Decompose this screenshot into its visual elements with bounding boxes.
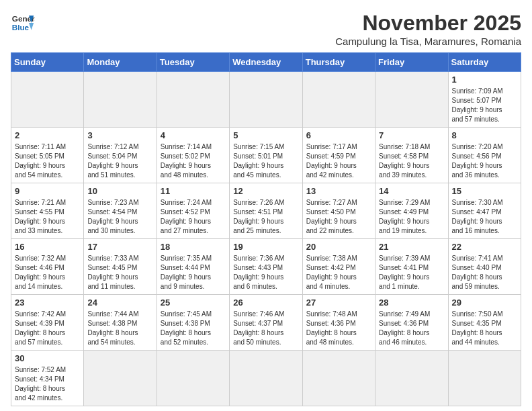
calendar-cell: 15Sunrise: 7:30 AM Sunset: 4:47 PM Dayli… [448, 183, 521, 239]
day-info: Sunrise: 7:33 AM Sunset: 4:45 PM Dayligh… [87, 254, 152, 291]
day-number: 21 [379, 242, 444, 252]
day-number: 15 [452, 186, 517, 196]
day-info: Sunrise: 7:39 AM Sunset: 4:41 PM Dayligh… [379, 254, 444, 291]
calendar-cell: 6Sunrise: 7:17 AM Sunset: 4:59 PM Daylig… [302, 128, 375, 183]
calendar-cell: 17Sunrise: 7:33 AM Sunset: 4:45 PM Dayli… [84, 239, 157, 295]
weekday-header-monday: Monday [84, 53, 157, 72]
calendar-cell: 27Sunrise: 7:48 AM Sunset: 4:36 PM Dayli… [302, 295, 375, 351]
day-info: Sunrise: 7:12 AM Sunset: 5:04 PM Dayligh… [87, 142, 152, 180]
day-number: 30 [15, 353, 80, 363]
day-info: Sunrise: 7:32 AM Sunset: 4:46 PM Dayligh… [15, 254, 80, 291]
day-info: Sunrise: 7:42 AM Sunset: 4:39 PM Dayligh… [15, 310, 80, 347]
calendar-cell: 20Sunrise: 7:38 AM Sunset: 4:42 PM Dayli… [302, 239, 375, 295]
calendar-cell: 13Sunrise: 7:27 AM Sunset: 4:50 PM Dayli… [302, 183, 375, 239]
day-number: 26 [233, 298, 298, 308]
day-number: 10 [87, 186, 152, 196]
day-number: 9 [15, 186, 80, 196]
day-info: Sunrise: 7:49 AM Sunset: 4:36 PM Dayligh… [379, 310, 444, 347]
day-info: Sunrise: 7:18 AM Sunset: 4:58 PM Dayligh… [379, 142, 444, 180]
calendar-cell: 22Sunrise: 7:41 AM Sunset: 4:40 PM Dayli… [448, 239, 521, 295]
calendar-cell: 9Sunrise: 7:21 AM Sunset: 4:55 PM Daylig… [11, 183, 84, 239]
day-info: Sunrise: 7:41 AM Sunset: 4:40 PM Dayligh… [452, 254, 517, 291]
calendar-cell: 23Sunrise: 7:42 AM Sunset: 4:39 PM Dayli… [11, 295, 84, 351]
calendar-week-5: 23Sunrise: 7:42 AM Sunset: 4:39 PM Dayli… [11, 295, 521, 351]
day-number: 5 [233, 130, 298, 140]
calendar-cell: 26Sunrise: 7:46 AM Sunset: 4:37 PM Dayli… [230, 295, 302, 351]
day-number: 4 [161, 130, 226, 140]
day-number: 6 [306, 130, 371, 140]
day-info: Sunrise: 7:23 AM Sunset: 4:54 PM Dayligh… [87, 198, 152, 236]
calendar-cell: 21Sunrise: 7:39 AM Sunset: 4:41 PM Dayli… [375, 239, 448, 295]
calendar-cell: 16Sunrise: 7:32 AM Sunset: 4:46 PM Dayli… [11, 239, 84, 295]
weekday-header-thursday: Thursday [302, 53, 375, 72]
calendar-cell: 1Sunrise: 7:09 AM Sunset: 5:07 PM Daylig… [448, 72, 521, 128]
calendar-cell [448, 351, 521, 406]
day-info: Sunrise: 7:44 AM Sunset: 4:38 PM Dayligh… [87, 310, 152, 347]
calendar-cell: 28Sunrise: 7:49 AM Sunset: 4:36 PM Dayli… [375, 295, 448, 351]
calendar-week-6: 30Sunrise: 7:52 AM Sunset: 4:34 PM Dayli… [11, 351, 521, 406]
day-info: Sunrise: 7:48 AM Sunset: 4:36 PM Dayligh… [306, 310, 371, 347]
title-block: November 2025 Campulung la Tisa, Maramur… [335, 11, 521, 47]
calendar-week-4: 16Sunrise: 7:32 AM Sunset: 4:46 PM Dayli… [11, 239, 521, 295]
day-number: 29 [452, 298, 517, 308]
calendar-week-2: 2Sunrise: 7:11 AM Sunset: 5:05 PM Daylig… [11, 128, 521, 183]
day-info: Sunrise: 7:29 AM Sunset: 4:49 PM Dayligh… [379, 198, 444, 236]
logo: General Blue [11, 11, 35, 35]
calendar-cell: 5Sunrise: 7:15 AM Sunset: 5:01 PM Daylig… [230, 128, 302, 183]
calendar-week-1: 1Sunrise: 7:09 AM Sunset: 5:07 PM Daylig… [11, 72, 521, 128]
weekday-header-sunday: Sunday [11, 53, 84, 72]
day-number: 25 [161, 298, 226, 308]
calendar-cell: 30Sunrise: 7:52 AM Sunset: 4:34 PM Dayli… [11, 351, 84, 406]
day-info: Sunrise: 7:14 AM Sunset: 5:02 PM Dayligh… [161, 142, 226, 180]
calendar-cell [302, 72, 375, 128]
day-number: 22 [452, 242, 517, 252]
calendar-cell: 11Sunrise: 7:24 AM Sunset: 4:52 PM Dayli… [157, 183, 229, 239]
day-number: 19 [233, 242, 298, 252]
day-number: 12 [233, 186, 298, 196]
day-number: 28 [379, 298, 444, 308]
day-info: Sunrise: 7:36 AM Sunset: 4:43 PM Dayligh… [233, 254, 298, 291]
svg-text:Blue: Blue [12, 23, 30, 32]
calendar-cell [230, 351, 302, 406]
day-info: Sunrise: 7:45 AM Sunset: 4:38 PM Dayligh… [161, 310, 226, 347]
calendar-cell [84, 351, 157, 406]
calendar-cell [302, 351, 375, 406]
day-number: 13 [306, 186, 371, 196]
calendar-cell [375, 72, 448, 128]
calendar-table: SundayMondayTuesdayWednesdayThursdayFrid… [11, 52, 521, 406]
day-info: Sunrise: 7:46 AM Sunset: 4:37 PM Dayligh… [233, 310, 298, 347]
day-info: Sunrise: 7:27 AM Sunset: 4:50 PM Dayligh… [306, 198, 371, 236]
day-number: 27 [306, 298, 371, 308]
calendar-cell: 7Sunrise: 7:18 AM Sunset: 4:58 PM Daylig… [375, 128, 448, 183]
day-number: 1 [452, 75, 517, 85]
calendar-cell: 4Sunrise: 7:14 AM Sunset: 5:02 PM Daylig… [157, 128, 229, 183]
day-number: 14 [379, 186, 444, 196]
calendar-cell [157, 351, 229, 406]
day-info: Sunrise: 7:15 AM Sunset: 5:01 PM Dayligh… [233, 142, 298, 180]
location-subtitle: Campulung la Tisa, Maramures, Romania [335, 36, 521, 47]
weekday-header-wednesday: Wednesday [230, 53, 302, 72]
day-number: 16 [15, 242, 80, 252]
day-info: Sunrise: 7:21 AM Sunset: 4:55 PM Dayligh… [15, 198, 80, 236]
day-number: 2 [15, 130, 80, 140]
day-info: Sunrise: 7:11 AM Sunset: 5:05 PM Dayligh… [15, 142, 80, 180]
weekday-header-friday: Friday [375, 53, 448, 72]
calendar-cell: 19Sunrise: 7:36 AM Sunset: 4:43 PM Dayli… [230, 239, 302, 295]
calendar-cell: 8Sunrise: 7:20 AM Sunset: 4:56 PM Daylig… [448, 128, 521, 183]
day-info: Sunrise: 7:24 AM Sunset: 4:52 PM Dayligh… [161, 198, 226, 236]
calendar-cell [230, 72, 302, 128]
month-title: November 2025 [335, 11, 521, 36]
logo-icon: General Blue [11, 11, 35, 35]
calendar-cell: 12Sunrise: 7:26 AM Sunset: 4:51 PM Dayli… [230, 183, 302, 239]
day-info: Sunrise: 7:38 AM Sunset: 4:42 PM Dayligh… [306, 254, 371, 291]
day-number: 17 [87, 242, 152, 252]
calendar-cell: 10Sunrise: 7:23 AM Sunset: 4:54 PM Dayli… [84, 183, 157, 239]
svg-marker-3 [29, 23, 34, 30]
day-number: 24 [87, 298, 152, 308]
header: General Blue November 2025 Campulung la … [11, 11, 521, 47]
day-info: Sunrise: 7:09 AM Sunset: 5:07 PM Dayligh… [452, 87, 517, 124]
calendar-cell: 14Sunrise: 7:29 AM Sunset: 4:49 PM Dayli… [375, 183, 448, 239]
weekday-header-tuesday: Tuesday [157, 53, 229, 72]
day-number: 3 [87, 130, 152, 140]
day-info: Sunrise: 7:50 AM Sunset: 4:35 PM Dayligh… [452, 310, 517, 347]
